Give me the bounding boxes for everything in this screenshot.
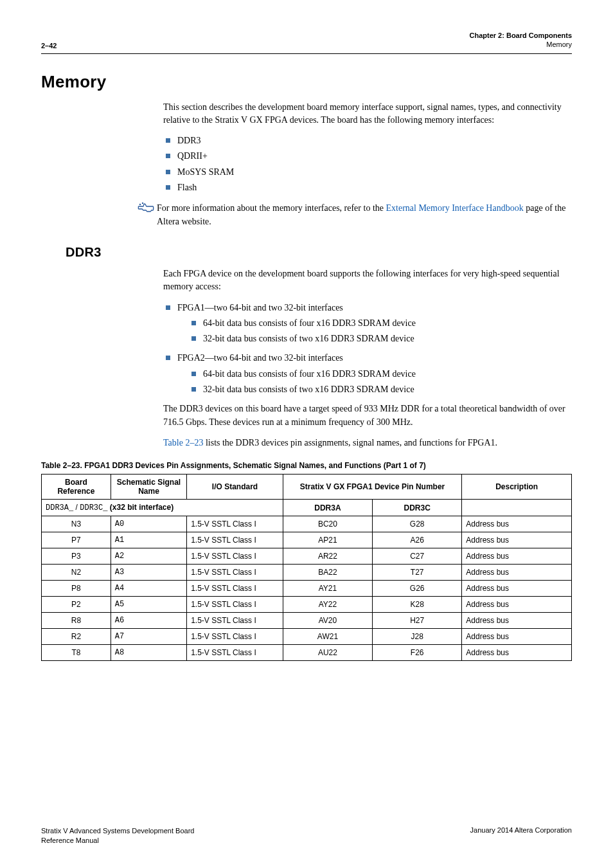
heading-memory: Memory: [41, 72, 572, 92]
cell-board-ref: R2: [42, 629, 111, 645]
subhead-sep: /: [73, 503, 80, 512]
th-description: Description: [462, 475, 572, 500]
list-item: MoSYS SRAM: [163, 166, 572, 179]
cell-signal: A0: [111, 516, 186, 532]
table-ref-link[interactable]: Table 2–23: [163, 438, 203, 448]
page-number: 2–42: [41, 42, 57, 50]
cell-pin-c: C27: [373, 548, 462, 565]
chapter-title: Chapter 2: Board Components: [469, 31, 572, 40]
cell-board-ref: N2: [42, 565, 111, 581]
table-row: R8 A6 1.5-V SSTL Class I AV20 H27 Addres…: [42, 613, 572, 629]
header-rule: [41, 53, 572, 54]
cell-io: 1.5-V SSTL Class I: [187, 532, 283, 548]
cell-desc: Address bus: [462, 516, 572, 532]
cell-pin-a: AR22: [283, 548, 372, 565]
list-item: FPGA1—two 64-bit and two 32-bit interfac…: [163, 302, 572, 346]
memory-interface-list: DDR3 QDRII+ MoSYS SRAM Flash: [163, 134, 572, 194]
cell-pin-c: F26: [373, 645, 462, 661]
cell-desc: Address bus: [462, 548, 572, 565]
cell-pin-a: AV20: [283, 613, 372, 629]
table-row: P3 A2 1.5-V SSTL Class I AR22 C27 Addres…: [42, 548, 572, 565]
cell-pin-a: AY22: [283, 597, 372, 613]
cell-desc: Address bus: [462, 581, 572, 597]
th-device-pin: Stratix V GX FPGA1 Device Pin Number: [283, 475, 461, 500]
table-row: P7 A1 1.5-V SSTL Class I AP21 A26 Addres…: [42, 532, 572, 548]
cell-board-ref: N3: [42, 516, 111, 532]
table-row: N3 A0 1.5-V SSTL Class I BC20 G28 Addres…: [42, 516, 572, 532]
th-io-standard: I/O Standard: [187, 475, 283, 500]
list-item: QDRII+: [163, 150, 572, 163]
footer-right: January 2014 Altera Corporation: [470, 826, 572, 845]
table-row: R2 A7 1.5-V SSTL Class I AW21 J28 Addres…: [42, 629, 572, 645]
th-ddr3a: DDR3A: [283, 500, 372, 516]
table-ref-text: lists the DDR3 devices pin assignments, …: [203, 438, 497, 448]
external-memory-link[interactable]: External Memory Interface Handbook: [386, 203, 524, 213]
list-item: DDR3: [163, 134, 572, 147]
cell-pin-c: J28: [373, 629, 462, 645]
cell-pin-c: A26: [373, 532, 462, 548]
ddr3-speed-para: The DDR3 devices on this board have a ta…: [163, 402, 572, 429]
cell-pin-c: H27: [373, 613, 462, 629]
memory-intro: This section describes the development b…: [163, 101, 572, 127]
svg-point-0: [139, 204, 141, 205]
cell-signal: A3: [111, 565, 186, 581]
cell-board-ref: P7: [42, 532, 111, 548]
list-item: Flash: [163, 181, 572, 194]
list-item: FPGA2—two 64-bit and two 32-bit interfac…: [163, 352, 572, 396]
subhead-code-c: DDR3C_: [80, 503, 107, 512]
cell-desc: Address bus: [462, 645, 572, 661]
subhead-empty: [462, 500, 572, 516]
cell-board-ref: P8: [42, 581, 111, 597]
cell-desc: Address bus: [462, 629, 572, 645]
table-row: P8 A4 1.5-V SSTL Class I AY21 G26 Addres…: [42, 581, 572, 597]
cell-desc: Address bus: [462, 565, 572, 581]
table-row: N2 A3 1.5-V SSTL Class I BA22 T27 Addres…: [42, 565, 572, 581]
cell-io: 1.5-V SSTL Class I: [187, 629, 283, 645]
cell-signal: A5: [111, 597, 186, 613]
cell-pin-a: AU22: [283, 645, 372, 661]
cell-pin-c: G26: [373, 581, 462, 597]
table-caption: Table 2–23. FPGA1 DDR3 Devices Pin Assig…: [41, 461, 572, 470]
list-item-label: FPGA2—two 64-bit and two 32-bit interfac…: [177, 353, 343, 363]
ddr3-intro: Each FPGA device on the development boar…: [163, 267, 572, 294]
cell-desc: Address bus: [462, 532, 572, 548]
th-board-ref: Board Reference: [42, 475, 111, 500]
cell-board-ref: P2: [42, 597, 111, 613]
cell-board-ref: T8: [42, 645, 111, 661]
cell-desc: Address bus: [462, 613, 572, 629]
list-item: 64-bit data bus consists of four x16 DDR…: [189, 317, 572, 330]
cell-io: 1.5-V SSTL Class I: [187, 581, 283, 597]
th-ddr3c: DDR3C: [373, 500, 462, 516]
cell-desc: Address bus: [462, 597, 572, 613]
cell-board-ref: P3: [42, 548, 111, 565]
cell-io: 1.5-V SSTL Class I: [187, 516, 283, 532]
cell-io: 1.5-V SSTL Class I: [187, 548, 283, 565]
th-signal-name: Schematic Signal Name: [111, 475, 186, 500]
cell-signal: A8: [111, 645, 186, 661]
cell-pin-a: BA22: [283, 565, 372, 581]
cell-pin-a: BC20: [283, 516, 372, 532]
cell-signal: A1: [111, 532, 186, 548]
hand-point-icon: [138, 202, 157, 215]
cell-io: 1.5-V SSTL Class I: [187, 597, 283, 613]
cell-pin-a: AY21: [283, 581, 372, 597]
table-row: T8 A8 1.5-V SSTL Class I AU22 F26 Addres…: [42, 645, 572, 661]
cell-pin-c: G28: [373, 516, 462, 532]
page-footer: Stratix V Advanced Systems Development B…: [41, 826, 572, 845]
ddr3-list: FPGA1—two 64-bit and two 32-bit interfac…: [163, 302, 572, 397]
cell-pin-c: T27: [373, 565, 462, 581]
list-item: 32-bit data bus consists of two x16 DDR3…: [189, 332, 572, 345]
cell-signal: A7: [111, 629, 186, 645]
table-row: P2 A5 1.5-V SSTL Class I AY22 K28 Addres…: [42, 597, 572, 613]
svg-point-1: [142, 203, 143, 204]
cell-io: 1.5-V SSTL Class I: [187, 613, 283, 629]
list-item: 64-bit data bus consists of four x16 DDR…: [189, 368, 572, 381]
cell-signal: A6: [111, 613, 186, 629]
subhead-interface: DDR3A_ / DDR3C_ (x32 bit interface): [42, 500, 283, 516]
cell-pin-c: K28: [373, 597, 462, 613]
cell-pin-a: AP21: [283, 532, 372, 548]
cell-io: 1.5-V SSTL Class I: [187, 645, 283, 661]
subhead-code-a: DDR3A_: [46, 503, 73, 512]
cell-io: 1.5-V SSTL Class I: [187, 565, 283, 581]
list-item: 32-bit data bus consists of two x16 DDR3…: [189, 383, 572, 396]
